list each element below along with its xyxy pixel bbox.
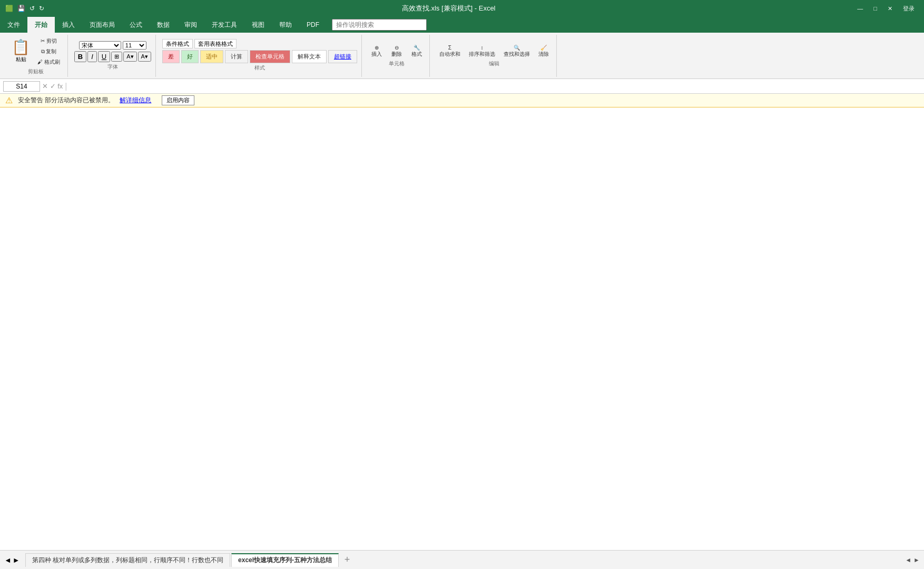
save-icon[interactable]: 💾 bbox=[17, 5, 25, 12]
cells-label: 单元格 bbox=[389, 60, 405, 67]
sheet-tab-1[interactable]: 第四种 核对单列或多列数据，列标题相同，行顺序不同！行数也不同 bbox=[25, 553, 230, 567]
undo-icon[interactable]: ↺ bbox=[30, 5, 35, 12]
security-text: 安全警告 部分活动内容已被禁用。 bbox=[18, 96, 114, 105]
copy-button[interactable]: ⧉ 复制 bbox=[34, 47, 63, 56]
style-bad[interactable]: 差 bbox=[162, 50, 180, 63]
redo-icon[interactable]: ↻ bbox=[39, 5, 44, 12]
minimize-button[interactable]: — bbox=[853, 4, 867, 13]
font-label: 字体 bbox=[107, 63, 118, 71]
autosum-icon: Σ bbox=[448, 45, 451, 51]
style-good[interactable]: 好 bbox=[181, 50, 199, 63]
clipboard-label: 剪贴板 bbox=[28, 68, 44, 75]
style-hyperlink[interactable]: 超链接 bbox=[328, 50, 357, 63]
format-icon: 🔧 bbox=[414, 45, 420, 51]
tab-home[interactable]: 开始 bbox=[27, 17, 55, 33]
window-title: 高效查找.xls [兼容模式] - Excel bbox=[44, 4, 853, 13]
tab-devtools[interactable]: 开发工具 bbox=[204, 17, 244, 33]
delete-icon: ⊖ bbox=[395, 45, 399, 51]
tab-insert[interactable]: 插入 bbox=[55, 17, 82, 33]
style-check[interactable]: 检查单元格 bbox=[250, 50, 290, 63]
insert-icon: ⊕ bbox=[375, 45, 379, 51]
table-format-button[interactable]: 套用表格格式 bbox=[194, 39, 237, 48]
scroll-right-icon[interactable]: ► bbox=[913, 556, 920, 564]
bold-button[interactable]: B bbox=[74, 51, 86, 62]
fill-color-button[interactable]: A▾ bbox=[123, 52, 136, 62]
paste-button[interactable]: 📋 粘贴 bbox=[8, 36, 33, 67]
format-cell-button[interactable]: 🔧 格式 bbox=[408, 44, 425, 59]
editing-label: 编辑 bbox=[489, 60, 499, 67]
close-button[interactable]: ✕ bbox=[883, 4, 897, 13]
border-button[interactable]: ⊞ bbox=[111, 52, 122, 62]
style-neutral[interactable]: 适中 bbox=[200, 50, 223, 63]
title-bar-right: — □ ✕ 登录 bbox=[853, 4, 919, 14]
find-select-button[interactable]: 🔍 查找和选择 bbox=[500, 44, 533, 59]
cells-group: ⊕ 插入 ⊖ 删除 🔧 格式 单元格 bbox=[364, 35, 430, 77]
operation-search[interactable] bbox=[332, 19, 427, 31]
italic-button[interactable]: I bbox=[87, 51, 97, 62]
tab-view[interactable]: 视图 bbox=[244, 17, 272, 33]
scroll-left-icon[interactable]: ◄ bbox=[905, 556, 911, 564]
security-icon: ⚠ bbox=[5, 95, 13, 105]
tab-pdf[interactable]: PDF bbox=[299, 17, 327, 33]
formula-bar: ✕ ✓ fx | bbox=[0, 79, 924, 94]
clipboard-group: 📋 粘贴 ✂ 剪切 ⧉ 复制 🖌 格式刷 剪贴板 bbox=[4, 35, 68, 77]
tab-file[interactable]: 文件 bbox=[0, 17, 27, 33]
formula-input[interactable] bbox=[70, 82, 921, 90]
tab-data[interactable]: 数据 bbox=[150, 17, 177, 33]
title-bar: 🟩 💾 ↺ ↻ 高效查找.xls [兼容模式] - Excel — □ ✕ 登录 bbox=[0, 0, 924, 17]
delete-cell-button[interactable]: ⊖ 删除 bbox=[388, 44, 405, 59]
bottom-tabs: ◄ ► 第四种 核对单列或多列数据，列标题相同，行顺序不同！行数也不同 exce… bbox=[0, 550, 924, 569]
styles-group: 条件格式 套用表格格式 差 好 适中 计算 检查单元格 解释文本 超链接 样式 bbox=[158, 35, 362, 77]
tab-page-layout[interactable]: 页面布局 bbox=[82, 17, 122, 33]
find-icon: 🔍 bbox=[514, 45, 520, 51]
underline-button[interactable]: U bbox=[98, 51, 110, 62]
add-sheet-button[interactable]: + bbox=[340, 553, 355, 567]
format-painter-button[interactable]: 🖌 格式刷 bbox=[34, 57, 63, 67]
paste-icon: 📋 bbox=[12, 38, 30, 56]
next-sheet-button[interactable]: ► bbox=[13, 556, 20, 564]
sort-filter-button[interactable]: ↕ 排序和筛选 bbox=[466, 44, 498, 59]
sort-icon: ↕ bbox=[480, 45, 483, 51]
font-size-select[interactable]: 11 bbox=[123, 41, 146, 50]
editing-group: Σ 自动求和 ↕ 排序和筛选 🔍 查找和选择 🧹 清除 编辑 bbox=[432, 35, 557, 77]
conditional-format-button[interactable]: 条件格式 bbox=[162, 39, 193, 48]
login-button[interactable]: 登录 bbox=[899, 4, 919, 14]
clear-icon: 🧹 bbox=[540, 45, 547, 51]
font-name-select[interactable]: 宋体 bbox=[79, 41, 121, 50]
styles-label: 样式 bbox=[254, 64, 265, 72]
sheet-tab-2[interactable]: excel快速填充序列-五种方法总结 bbox=[231, 553, 339, 567]
tab-help[interactable]: 帮助 bbox=[272, 17, 299, 33]
title-bar-left: 🟩 💾 ↺ ↻ bbox=[5, 5, 44, 12]
style-calc[interactable]: 计算 bbox=[225, 50, 248, 63]
font-color-button[interactable]: A▾ bbox=[138, 52, 151, 62]
enable-content-button[interactable]: 启用内容 bbox=[162, 95, 194, 105]
autosum-button[interactable]: Σ 自动求和 bbox=[436, 44, 464, 59]
prev-sheet-button[interactable]: ◄ bbox=[4, 556, 12, 564]
sheet-nav-right: ◄ ► bbox=[905, 556, 920, 564]
ribbon-content: 📋 粘贴 ✂ 剪切 ⧉ 复制 🖌 格式刷 剪贴板 宋体 11 B I U ⊞ bbox=[0, 33, 924, 79]
paste-label: 粘贴 bbox=[16, 56, 26, 63]
security-detail-link[interactable]: 解详细信息 bbox=[120, 96, 151, 105]
name-box[interactable] bbox=[3, 81, 40, 92]
formula-bar-icons: ✕ ✓ fx bbox=[42, 82, 63, 90]
security-bar: ⚠ 安全警告 部分活动内容已被禁用。 解详细信息 启用内容 bbox=[0, 94, 924, 107]
tab-formula[interactable]: 公式 bbox=[122, 17, 150, 33]
style-explain[interactable]: 解释文本 bbox=[292, 50, 327, 63]
maximize-button[interactable]: □ bbox=[869, 4, 881, 13]
excel-logo: 🟩 bbox=[5, 5, 13, 12]
font-group: 宋体 11 B I U ⊞ A▾ A▾ 字体 bbox=[70, 35, 156, 77]
insert-cell-button[interactable]: ⊕ 插入 bbox=[368, 44, 385, 59]
tab-review[interactable]: 审阅 bbox=[177, 17, 204, 33]
clear-button[interactable]: 🧹 清除 bbox=[535, 44, 552, 59]
cut-button[interactable]: ✂ 剪切 bbox=[34, 36, 63, 46]
ribbon-tabs: 文件 开始 插入 页面布局 公式 数据 审阅 开发工具 视图 帮助 PDF bbox=[0, 17, 924, 33]
